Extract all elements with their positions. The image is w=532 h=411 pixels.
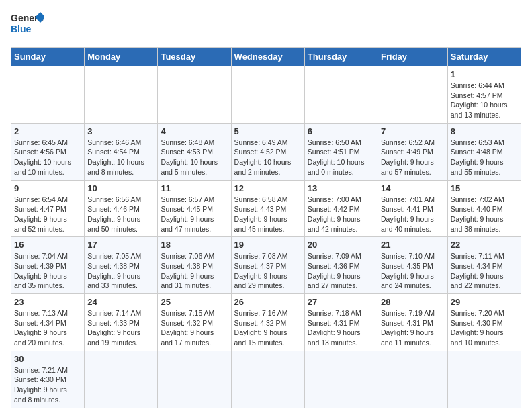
day-number: 24 bbox=[87, 297, 154, 307]
day-info: Sunrise: 7:18 AMSunset: 4:31 PMDaylight:… bbox=[308, 308, 375, 348]
day-cell bbox=[231, 66, 304, 124]
day-number: 11 bbox=[161, 183, 228, 193]
day-cell bbox=[304, 351, 378, 408]
day-cell: 21Sunrise: 7:10 AMSunset: 4:35 PMDayligh… bbox=[378, 237, 448, 294]
day-info: Sunrise: 6:46 AMSunset: 4:54 PMDaylight:… bbox=[87, 138, 154, 177]
day-number: 7 bbox=[381, 126, 445, 136]
day-number: 20 bbox=[308, 240, 375, 250]
day-cell: 11Sunrise: 6:57 AMSunset: 4:45 PMDayligh… bbox=[158, 180, 231, 237]
day-info: Sunrise: 7:14 AMSunset: 4:33 PMDaylight:… bbox=[87, 308, 154, 348]
week-row-4: 23Sunrise: 7:13 AMSunset: 4:34 PMDayligh… bbox=[11, 294, 521, 351]
header-cell-monday: Monday bbox=[85, 48, 158, 66]
day-number: 4 bbox=[161, 126, 228, 136]
day-info: Sunrise: 7:08 AMSunset: 4:37 PMDaylight:… bbox=[234, 251, 302, 291]
day-info: Sunrise: 7:04 AMSunset: 4:39 PMDaylight:… bbox=[14, 251, 81, 291]
day-number: 16 bbox=[14, 240, 81, 250]
day-cell: 8Sunrise: 6:53 AMSunset: 4:48 PMDaylight… bbox=[447, 123, 521, 180]
day-cell bbox=[158, 66, 231, 124]
day-info: Sunrise: 6:44 AMSunset: 4:57 PMDaylight:… bbox=[451, 81, 518, 120]
day-number: 26 bbox=[234, 297, 302, 307]
day-cell: 22Sunrise: 7:11 AMSunset: 4:34 PMDayligh… bbox=[447, 237, 521, 294]
day-number: 28 bbox=[381, 297, 445, 307]
header-cell-wednesday: Wednesday bbox=[231, 48, 304, 66]
day-cell bbox=[304, 66, 378, 124]
day-number: 23 bbox=[14, 297, 81, 307]
header-row: SundayMondayTuesdayWednesdayThursdayFrid… bbox=[11, 48, 521, 66]
day-cell: 20Sunrise: 7:09 AMSunset: 4:36 PMDayligh… bbox=[304, 237, 378, 294]
day-number: 19 bbox=[234, 240, 302, 250]
day-cell bbox=[231, 351, 304, 408]
day-info: Sunrise: 7:11 AMSunset: 4:34 PMDaylight:… bbox=[451, 251, 518, 291]
week-row-0: 1Sunrise: 6:44 AMSunset: 4:57 PMDaylight… bbox=[11, 66, 521, 124]
day-info: Sunrise: 6:48 AMSunset: 4:53 PMDaylight:… bbox=[161, 138, 228, 177]
day-info: Sunrise: 7:06 AMSunset: 4:38 PMDaylight:… bbox=[161, 251, 228, 291]
day-cell: 9Sunrise: 6:54 AMSunset: 4:47 PMDaylight… bbox=[11, 180, 85, 237]
day-cell: 19Sunrise: 7:08 AMSunset: 4:37 PMDayligh… bbox=[231, 237, 304, 294]
day-cell: 27Sunrise: 7:18 AMSunset: 4:31 PMDayligh… bbox=[304, 294, 378, 351]
day-number: 13 bbox=[308, 183, 375, 193]
week-row-3: 16Sunrise: 7:04 AMSunset: 4:39 PMDayligh… bbox=[11, 237, 521, 294]
day-info: Sunrise: 7:21 AMSunset: 4:30 PMDaylight:… bbox=[14, 365, 81, 405]
day-number: 5 bbox=[234, 126, 302, 136]
header-cell-tuesday: Tuesday bbox=[158, 48, 231, 66]
day-cell: 29Sunrise: 7:20 AMSunset: 4:30 PMDayligh… bbox=[447, 294, 521, 351]
day-number: 21 bbox=[381, 240, 445, 250]
day-cell bbox=[85, 351, 158, 408]
day-cell bbox=[11, 66, 85, 124]
day-cell bbox=[447, 351, 521, 408]
day-cell: 24Sunrise: 7:14 AMSunset: 4:33 PMDayligh… bbox=[85, 294, 158, 351]
day-info: Sunrise: 7:09 AMSunset: 4:36 PMDaylight:… bbox=[308, 251, 375, 291]
day-number: 30 bbox=[14, 354, 81, 364]
day-cell: 28Sunrise: 7:19 AMSunset: 4:31 PMDayligh… bbox=[378, 294, 448, 351]
day-cell: 17Sunrise: 7:05 AMSunset: 4:38 PMDayligh… bbox=[85, 237, 158, 294]
day-info: Sunrise: 6:45 AMSunset: 4:56 PMDaylight:… bbox=[14, 138, 81, 177]
day-number: 25 bbox=[161, 297, 228, 307]
day-info: Sunrise: 7:15 AMSunset: 4:32 PMDaylight:… bbox=[161, 308, 228, 348]
day-number: 8 bbox=[451, 126, 518, 136]
day-info: Sunrise: 7:16 AMSunset: 4:32 PMDaylight:… bbox=[234, 308, 302, 348]
calendar-table: SundayMondayTuesdayWednesdayThursdayFrid… bbox=[11, 47, 521, 408]
day-info: Sunrise: 7:05 AMSunset: 4:38 PMDaylight:… bbox=[87, 251, 154, 291]
day-number: 2 bbox=[14, 126, 81, 136]
day-number: 3 bbox=[87, 126, 154, 136]
day-cell: 14Sunrise: 7:01 AMSunset: 4:41 PMDayligh… bbox=[378, 180, 448, 237]
day-info: Sunrise: 6:52 AMSunset: 4:49 PMDaylight:… bbox=[381, 138, 445, 177]
day-info: Sunrise: 6:50 AMSunset: 4:51 PMDaylight:… bbox=[308, 138, 375, 177]
day-cell bbox=[85, 66, 158, 124]
day-cell: 2Sunrise: 6:45 AMSunset: 4:56 PMDaylight… bbox=[11, 123, 85, 180]
day-cell: 30Sunrise: 7:21 AMSunset: 4:30 PMDayligh… bbox=[11, 351, 85, 408]
day-cell: 15Sunrise: 7:02 AMSunset: 4:40 PMDayligh… bbox=[447, 180, 521, 237]
day-cell: 5Sunrise: 6:49 AMSunset: 4:52 PMDaylight… bbox=[231, 123, 304, 180]
logo: General Blue bbox=[11, 11, 44, 40]
day-number: 12 bbox=[234, 183, 302, 193]
day-info: Sunrise: 6:58 AMSunset: 4:43 PMDaylight:… bbox=[234, 195, 302, 234]
week-row-1: 2Sunrise: 6:45 AMSunset: 4:56 PMDaylight… bbox=[11, 123, 521, 180]
day-info: Sunrise: 6:54 AMSunset: 4:47 PMDaylight:… bbox=[14, 195, 81, 234]
day-number: 18 bbox=[161, 240, 228, 250]
day-info: Sunrise: 6:53 AMSunset: 4:48 PMDaylight:… bbox=[451, 138, 518, 177]
day-cell: 6Sunrise: 6:50 AMSunset: 4:51 PMDaylight… bbox=[304, 123, 378, 180]
day-cell: 26Sunrise: 7:16 AMSunset: 4:32 PMDayligh… bbox=[231, 294, 304, 351]
day-number: 9 bbox=[14, 183, 81, 193]
day-number: 29 bbox=[451, 297, 518, 307]
day-number: 27 bbox=[308, 297, 375, 307]
day-cell bbox=[158, 351, 231, 408]
day-number: 6 bbox=[308, 126, 375, 136]
day-number: 22 bbox=[451, 240, 518, 250]
logo-svg: General Blue bbox=[11, 11, 44, 40]
day-cell: 13Sunrise: 7:00 AMSunset: 4:42 PMDayligh… bbox=[304, 180, 378, 237]
day-info: Sunrise: 7:19 AMSunset: 4:31 PMDaylight:… bbox=[381, 308, 445, 348]
day-number: 14 bbox=[381, 183, 445, 193]
day-info: Sunrise: 6:57 AMSunset: 4:45 PMDaylight:… bbox=[161, 195, 228, 234]
day-cell: 10Sunrise: 6:56 AMSunset: 4:46 PMDayligh… bbox=[85, 180, 158, 237]
header-cell-thursday: Thursday bbox=[304, 48, 378, 66]
day-cell: 1Sunrise: 6:44 AMSunset: 4:57 PMDaylight… bbox=[447, 66, 521, 124]
day-number: 10 bbox=[87, 183, 154, 193]
week-row-2: 9Sunrise: 6:54 AMSunset: 4:47 PMDaylight… bbox=[11, 180, 521, 237]
day-number: 17 bbox=[87, 240, 154, 250]
header-cell-friday: Friday bbox=[378, 48, 448, 66]
day-info: Sunrise: 7:20 AMSunset: 4:30 PMDaylight:… bbox=[451, 308, 518, 348]
day-cell: 25Sunrise: 7:15 AMSunset: 4:32 PMDayligh… bbox=[158, 294, 231, 351]
day-info: Sunrise: 7:02 AMSunset: 4:40 PMDaylight:… bbox=[451, 195, 518, 234]
day-info: Sunrise: 7:13 AMSunset: 4:34 PMDaylight:… bbox=[14, 308, 81, 348]
